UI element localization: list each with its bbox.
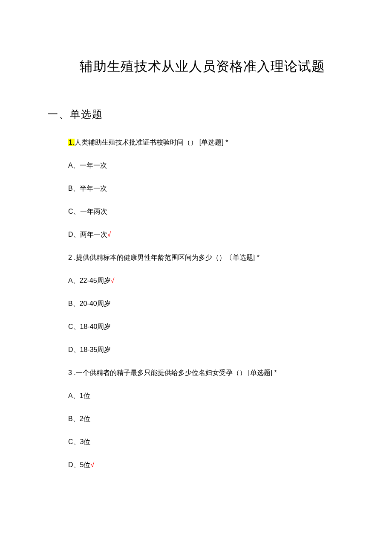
q2-option-c: C、18-40周岁 [68,323,392,330]
q1-option-d-text: D、两年一次 [68,231,107,238]
q1-option-a: A、一年一次 [68,162,392,169]
question-2: 2 .提供供精标本的健康男性年龄范围区间为多少（）〔单选题] * [68,254,392,261]
page-title: 辅助生殖技术从业人员资格准入理论试题 [55,58,349,76]
q1-text: 人类辅助生殖技术批准证书校验时间（） [单选题] * [75,139,228,146]
question-1: 1.人类辅助生殖技术批准证书校验时间（） [单选题] * [68,139,392,146]
questions-block: 1.人类辅助生殖技术批准证书校验时间（） [单选题] * A、一年一次 B、半年… [68,139,392,468]
q2-option-a: A、22-45周岁√ [68,277,392,284]
q1-number-highlight: 1. [68,139,75,146]
q3-number: 3 [68,369,72,376]
q3-option-a: A、1位 [68,392,392,399]
q3-option-d: D、5位√ [68,462,392,468]
q2-option-b: B、20-40周岁 [68,300,392,307]
q1-option-b: B、半年一次 [68,185,392,192]
question-3: 3 .一个供精者的精子最多只能提供给多少位名妇女受孕（） [单选题] * [68,369,392,376]
q3-option-c: C、3位 [68,439,392,445]
check-icon: √ [111,277,115,284]
q3-option-d-text: D、5位 [68,461,90,468]
check-icon: √ [107,231,111,238]
section-heading: 一、单选题 [48,108,392,121]
check-icon: √ [90,461,94,468]
q1-option-c: C、一年两次 [68,208,392,215]
q3-text: .一个供精者的精子最多只能提供给多少位名妇女受孕（） [单选题] * [72,369,277,376]
q1-option-d: D、两年一次√ [68,231,392,238]
q2-text: .提供供精标本的健康男性年龄范围区间为多少（）〔单选题] * [72,254,259,261]
q3-option-b: B、2位 [68,416,392,422]
q2-option-a-text: A、22-45周岁 [68,277,111,284]
q2-option-d: D、18-35周岁 [68,346,392,353]
q2-number: 2 [68,254,72,261]
